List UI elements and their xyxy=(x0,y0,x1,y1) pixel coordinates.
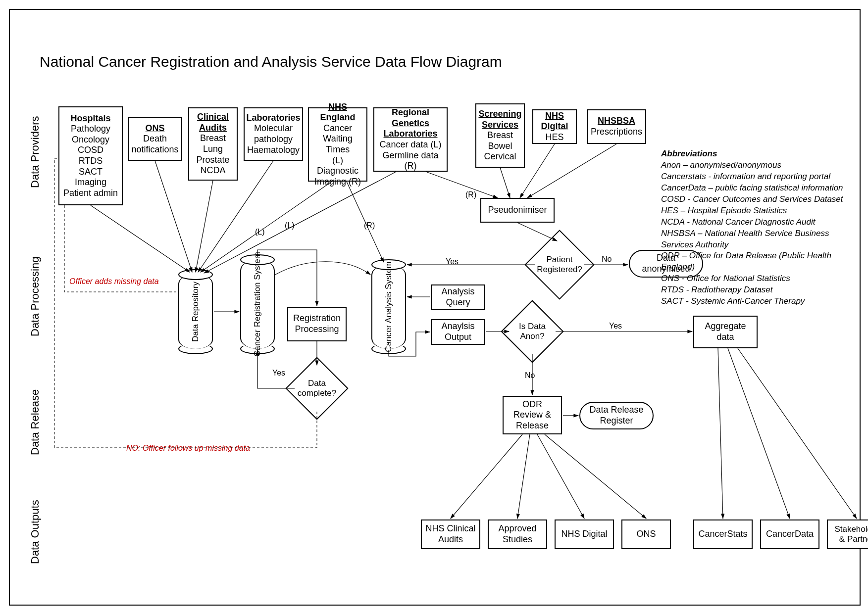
data-release-register: Data Release Register xyxy=(579,402,654,429)
label-yes-complete: Yes xyxy=(272,369,285,377)
provider-labs: Laboratories Molecular pathology Haemato… xyxy=(244,107,303,161)
label-yes-patreg: Yes xyxy=(446,257,459,266)
output-approved-studies: Approved Studies xyxy=(488,519,547,549)
output-ons: ONS xyxy=(621,519,671,549)
analysis-output: Anaylsis Output xyxy=(431,319,485,345)
output-cancerstats: CancerStats xyxy=(693,519,753,549)
provider-audits: Clinical Audits Breast Lung Prostate NCD… xyxy=(188,107,238,181)
swimlane-release: Data Release xyxy=(29,389,42,455)
data-repository: Data Repository xyxy=(178,275,213,349)
provider-screening: Screening Services Breast Bowel Cervical xyxy=(475,103,525,168)
swimlane-providers: Data Providers xyxy=(29,116,42,188)
provider-genetics: Regional Genetics Laboratories Cancer da… xyxy=(373,107,448,172)
label-no-patreg: No xyxy=(602,255,612,264)
abbreviations: Abbreviations Anon – anonymised/anonymou… xyxy=(661,148,854,307)
analysis-query: Analysis Query xyxy=(431,284,485,310)
decision-is-anon: Is Data Anon? xyxy=(510,309,555,354)
decision-patient-registered: Patient Registered? xyxy=(535,240,584,289)
diagram-title: National Cancer Registration and Analysi… xyxy=(40,53,502,70)
swimlane-outputs: Data Outputs xyxy=(29,500,42,564)
hospitals-head: Hospitals xyxy=(70,113,110,124)
provider-ons: ONS Death notifications xyxy=(128,117,182,161)
cancer-registration-system: Cancer Registration System xyxy=(240,260,275,349)
cancer-analysis-system: Cancer Analysis System xyxy=(371,265,406,349)
output-stakeholders: Stakeholders & Partners xyxy=(827,519,868,549)
provider-nhsbsa: NHSBSA Prescriptions xyxy=(587,109,646,144)
label-yes-anon: Yes xyxy=(609,322,622,330)
decision-data-complete: Data complete? xyxy=(295,366,339,411)
output-nhs-audits: NHS Clinical Audits xyxy=(421,519,480,549)
output-cancerdata: CancerData xyxy=(760,519,819,549)
page: National Cancer Registration and Analysi… xyxy=(0,0,868,613)
label-no-anon: No xyxy=(525,371,535,380)
label-L2: (L) xyxy=(285,221,295,230)
label-R2: (R) xyxy=(465,190,476,199)
label-officer-follows: NO: Officer follows up missing data xyxy=(126,444,250,453)
pseudonimiser: Pseudonimiser xyxy=(480,198,555,223)
label-L1: (L) xyxy=(255,228,265,236)
provider-hospitals: Hospitals Pathology Oncology COSD RTDS S… xyxy=(58,106,123,205)
odr-review-release: ODR Review & Release xyxy=(503,396,562,434)
swimlane-processing: Data Processing xyxy=(29,257,42,336)
aggregate-data: Aggregate data xyxy=(693,316,758,348)
provider-nhsdigital: NHS Digital HES xyxy=(532,109,577,144)
label-officer-adds: Officer adds missing data xyxy=(69,277,159,286)
output-nhs-digital: NHS Digital xyxy=(555,519,614,549)
registration-processing: Registration Processing xyxy=(287,307,347,341)
label-R1: (R) xyxy=(364,221,375,230)
provider-nhse: NHS England Cancer Waiting Times (L) Dia… xyxy=(308,107,367,182)
